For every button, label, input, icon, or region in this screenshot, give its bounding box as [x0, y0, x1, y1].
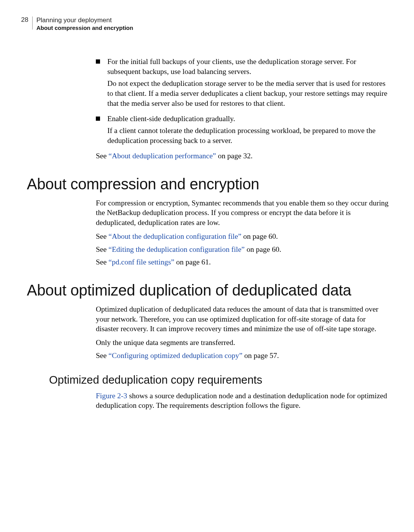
content-area: For the initial full backups of your cli… [27, 57, 395, 414]
see-reference: See “Configuring optimized deduplication… [96, 351, 389, 361]
see-prefix: See [96, 245, 108, 253]
page-container: 28 Planning your deployment About compre… [0, 0, 414, 532]
bullet-paragraph: If a client cannot tolerate the deduplic… [107, 126, 389, 145]
cross-ref-link[interactable]: “Editing the deduplication configuration… [108, 245, 245, 253]
see-prefix: See [96, 232, 108, 240]
list-item: For the initial full backups of your cli… [96, 57, 389, 108]
header-section-title: About compression and encryption [36, 25, 133, 31]
heading-compression-encryption: About compression and encryption [27, 176, 395, 193]
list-item: Enable client-side deduplication gradual… [96, 114, 389, 146]
see-suffix: on page 60. [242, 232, 278, 240]
header-chapter-title: Planning your deployment [36, 16, 112, 24]
header-text-block: Planning your deployment About compressi… [33, 16, 133, 32]
body-paragraph: For compression or encryption, Symantec … [96, 198, 389, 228]
see-reference: See “About the deduplication configurati… [96, 232, 389, 241]
running-header: 28 Planning your deployment About compre… [21, 16, 133, 32]
see-suffix: on page 57. [242, 351, 279, 360]
body-paragraph: Optimized duplication of deduplicated da… [96, 304, 389, 334]
figure-ref-link[interactable]: Figure 2-3 [96, 392, 127, 400]
bullet-paragraph: Do not expect the deduplication storage … [107, 79, 389, 108]
section-optimized-body: Optimized duplication of deduplicated da… [96, 304, 389, 361]
body-paragraph: Only the unique data segments are transf… [96, 338, 389, 348]
heading-optimized-duplication: About optimized duplication of deduplica… [27, 282, 395, 299]
page-number: 28 [21, 16, 32, 24]
cross-ref-link[interactable]: “Configuring optimized deduplication cop… [108, 351, 242, 360]
see-reference: See “Editing the deduplication configura… [96, 245, 389, 255]
heading-copy-requirements: Optimized deduplication copy requirement… [49, 374, 395, 386]
bullet-list: For the initial full backups of your cli… [96, 57, 389, 146]
cross-ref-link[interactable]: “About the deduplication configuration f… [108, 232, 242, 240]
see-reference: See “About deduplication performance” on… [96, 151, 389, 161]
body-text: shows a source deduplication node and a … [96, 392, 387, 410]
see-suffix: on page 32. [216, 152, 253, 160]
see-reference: See “pd.conf file settings” on page 61. [96, 257, 389, 267]
see-suffix: on page 60. [245, 245, 281, 253]
see-suffix: on page 61. [174, 258, 211, 266]
see-prefix: See [96, 351, 108, 360]
leading-bullets-block: For the initial full backups of your cli… [96, 57, 389, 161]
section-compression-body: For compression or encryption, Symantec … [96, 198, 389, 267]
see-prefix: See [96, 152, 108, 160]
see-prefix: See [96, 258, 108, 266]
subsection-reqs-body: Figure 2-3 shows a source deduplication … [96, 391, 389, 410]
cross-ref-link[interactable]: “pd.conf file settings” [108, 258, 174, 266]
cross-ref-link[interactable]: “About deduplication performance” [108, 152, 216, 160]
bullet-paragraph: Enable client-side deduplication gradual… [107, 114, 389, 124]
bullet-paragraph: For the initial full backups of your cli… [107, 57, 389, 76]
body-paragraph: Figure 2-3 shows a source deduplication … [96, 391, 389, 410]
